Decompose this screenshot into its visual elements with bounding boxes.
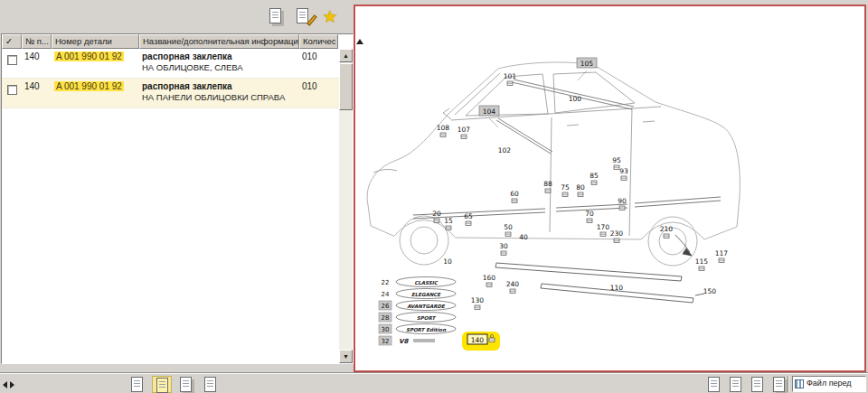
svg-text:88: 88 (543, 180, 552, 188)
diagram-part-93[interactable]: 93 (619, 167, 628, 181)
diagram-part-100[interactable]: 100 (569, 95, 582, 103)
svg-text:AVANTGARDE: AVANTGARDE (407, 304, 446, 309)
diagram-part-150[interactable]: 150 (703, 287, 717, 295)
trim-row-24[interactable]: 24ELEGANCE (382, 289, 456, 299)
epc-window: ★ ✓ № п... Номер детали Название/дополни… (0, 0, 868, 393)
diagram-part-101[interactable]: 101 (504, 72, 517, 86)
copy-page-icon[interactable] (127, 376, 147, 393)
row-checkbox[interactable] (7, 55, 17, 65)
svg-text:160: 160 (483, 274, 496, 282)
diagram-part-85[interactable]: 85 (590, 172, 599, 185)
trim-row-26[interactable]: 26AVANTGARDE (379, 301, 456, 311)
h-scroll-left-icon[interactable] (3, 381, 7, 388)
table-row[interactable]: 140 A 001 990 01 92 распорная заклепка Н… (2, 49, 353, 79)
trim-row-28[interactable]: 28SPORT (379, 313, 456, 323)
diagram-part-107[interactable]: 107 (458, 126, 471, 139)
scroll-up-marker-icon[interactable] (356, 39, 363, 44)
svg-text:107: 107 (458, 126, 471, 134)
diagram-part-88[interactable]: 88 (543, 180, 552, 193)
clipboard-icon[interactable] (748, 376, 768, 393)
diagram-part-160[interactable]: 160 (483, 274, 496, 287)
new-page-icon[interactable] (726, 376, 746, 393)
diagram-part-40[interactable]: 40 (519, 233, 528, 241)
diagram-part-60[interactable]: 60 (510, 190, 519, 203)
preview-page-icon[interactable] (704, 376, 724, 393)
edit-note-icon[interactable] (291, 5, 315, 28)
h-scroll-right-icon[interactable] (10, 381, 14, 388)
diagram-part-10[interactable]: 10 (443, 257, 452, 266)
diagram-part-15[interactable]: 15 (444, 217, 453, 230)
header-part-number[interactable]: Номер детали (52, 34, 139, 49)
svg-text:75: 75 (561, 183, 570, 192)
file-transfer-field[interactable]: Файл перед (792, 376, 866, 392)
diagram-part-170[interactable]: 170 (597, 223, 610, 237)
scroll-up-icon[interactable]: ▲ (339, 49, 353, 62)
diagram-part-115[interactable]: 115 (695, 257, 709, 271)
row-checkbox[interactable] (7, 85, 17, 95)
status-toolbar: Файл перед (0, 373, 868, 393)
active-page-icon[interactable] (152, 376, 172, 393)
diagram-part-210[interactable]: 210 (660, 225, 674, 239)
trim-row-32[interactable]: 32V8 (379, 336, 435, 345)
svg-text:240: 240 (506, 280, 520, 288)
diagram-part-108[interactable]: 108 (437, 124, 450, 137)
svg-text:101: 101 (504, 72, 517, 80)
header-name[interactable]: Название/дополнительная информация (139, 34, 299, 49)
diagram-part-110[interactable]: 110 (610, 284, 624, 292)
header-check[interactable]: ✓ (2, 34, 22, 49)
diagram-part-117[interactable]: 117 (715, 249, 729, 263)
part-name: распорная заклепка (142, 81, 297, 92)
svg-text:60: 60 (510, 190, 519, 198)
scrollbar-thumb[interactable] (339, 63, 353, 110)
page-glyph (708, 377, 720, 392)
header-number[interactable]: № п... (22, 34, 52, 49)
page-glyph (730, 377, 741, 392)
table-row[interactable]: 140 A 001 990 01 92 распорная заклепка Н… (2, 79, 353, 108)
table-scrollbar[interactable]: ▲ ▼ (339, 49, 353, 363)
diagram-part-102[interactable]: 102 (498, 146, 512, 154)
diagram-part-70[interactable]: 70 (585, 210, 594, 223)
pages-icon[interactable] (176, 376, 196, 393)
svg-text:SPORT: SPORT (417, 315, 437, 321)
diagram-part-20[interactable]: 20 (432, 210, 441, 223)
row-number: 140 (22, 49, 52, 78)
file-grid-icon (795, 379, 804, 388)
svg-text:30: 30 (499, 242, 508, 250)
diagram-part-240[interactable]: 240 (506, 280, 520, 294)
svg-text:CLASSIC: CLASSIC (414, 280, 439, 285)
diagram-part-30[interactable]: 30 (499, 242, 508, 256)
svg-text:104: 104 (483, 108, 496, 116)
svg-text:24: 24 (382, 291, 390, 298)
header-quantity[interactable]: Количес (299, 34, 338, 49)
diagram-part-140[interactable]: 140 (462, 332, 500, 351)
page-icon[interactable] (201, 376, 221, 393)
diagram-panel: 1011051041001081071029593858875809060652… (354, 5, 866, 372)
diagram-part-80[interactable]: 80 (576, 183, 585, 197)
diagram-part-130[interactable]: 130 (471, 296, 485, 310)
svg-text:110: 110 (610, 284, 624, 292)
page-glyph (180, 377, 192, 392)
svg-text:90: 90 (618, 197, 627, 205)
diagram-part-105[interactable]: 105 (577, 58, 597, 68)
svg-text:108: 108 (437, 124, 450, 132)
scroll-down-icon[interactable]: ▼ (339, 350, 353, 363)
parts-table: ✓ № п... Номер детали Название/дополните… (1, 33, 354, 364)
diagram-part-50[interactable]: 50 (504, 223, 513, 237)
trim-row-22[interactable]: 22CLASSIC (382, 277, 456, 287)
favorites-star-icon[interactable]: ★ (318, 5, 342, 28)
diagram-part-104[interactable]: 104 (479, 106, 499, 116)
svg-text:ELEGANCE: ELEGANCE (411, 292, 441, 297)
svg-text:50: 50 (504, 223, 513, 231)
diagram-part-65[interactable]: 65 (464, 212, 473, 226)
svg-text:102: 102 (498, 146, 512, 154)
part-name: распорная заклепка (142, 51, 297, 62)
svg-text:26: 26 (382, 303, 390, 310)
trim-row-30[interactable]: 30SPORT Edition (379, 324, 456, 334)
row-name-cell: распорная заклепка НА ОБЛИЦОВКЕ, СЛЕВА (139, 49, 299, 78)
page-glyph (204, 377, 216, 392)
eraser-icon[interactable] (769, 376, 789, 393)
report-icon[interactable] (264, 5, 288, 28)
diagram-part-230[interactable]: 230 (610, 229, 624, 243)
diagram-part-75[interactable]: 75 (561, 183, 570, 197)
part-number-highlight: A 001 990 01 92 (54, 81, 124, 91)
